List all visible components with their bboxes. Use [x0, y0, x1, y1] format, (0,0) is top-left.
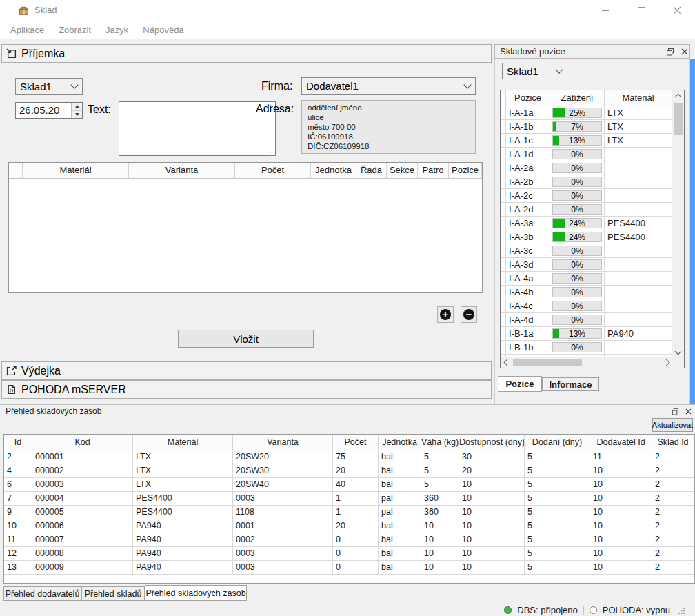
table-row[interactable]: I-A-4a0% [501, 272, 672, 286]
row-selector-cell [501, 189, 506, 203]
table-row[interactable]: I-A-3a24%PES4400 [501, 217, 672, 230]
menu-item-napoveda[interactable]: Nápověda [141, 23, 185, 37]
close-panel-button[interactable] [685, 406, 694, 415]
float-panel-button[interactable] [672, 406, 681, 415]
stock-overview-table[interactable]: IdKódMateriálVariantaPočetJednotkaVáha (… [3, 434, 695, 584]
insert-button[interactable]: Vložit [178, 330, 314, 348]
spin-down-button[interactable] [72, 111, 82, 119]
table-row[interactable]: I-B-1a13%PA940 [501, 327, 672, 341]
minimize-button[interactable] [590, 0, 621, 21]
column-header[interactable]: Materiál [133, 435, 233, 450]
section-header-pohoda[interactable]: POHODA mSERVER [1, 380, 492, 399]
refresh-button[interactable]: Aktualizovat [652, 418, 693, 432]
table-row[interactable]: I-A-4b0% [501, 286, 672, 299]
column-header[interactable]: Zatížení [550, 90, 605, 106]
resize-grip-icon[interactable] [678, 607, 685, 614]
material-cell: PES4400 [605, 217, 672, 230]
warehouse-select[interactable]: Sklad1 [15, 78, 83, 95]
column-header[interactable]: Materiál [23, 163, 129, 179]
table-row[interactable]: I-A-1a25%LTX [501, 106, 672, 120]
tab-pozice[interactable]: Pozice [498, 376, 542, 392]
column-header[interactable]: Dostupnost (dny) [459, 435, 525, 450]
table-row[interactable]: 2000001LTX20SW2075bal5305112 [4, 450, 694, 464]
table-row[interactable]: I-A-1c13%LTX [501, 134, 672, 148]
date-stepper[interactable]: 26.05.20 [15, 102, 83, 119]
section-header-prijemka[interactable]: Příjemka [1, 44, 492, 63]
receipt-items-grid[interactable]: MateriálVariantaPočetJednotkaŘadaSekcePa… [8, 162, 483, 293]
column-header[interactable]: Materiál [605, 90, 672, 106]
scrollbar-thumb[interactable] [674, 103, 683, 135]
column-header[interactable]: Pozice [506, 90, 550, 106]
column-header[interactable]: Dodavatel Id [590, 435, 652, 450]
scroll-down-button[interactable] [672, 346, 684, 357]
table-row[interactable]: I-A-2c0% [501, 189, 672, 203]
column-header[interactable]: Dodání (dny) [525, 435, 590, 450]
column-header[interactable]: Varianta [233, 435, 333, 450]
column-header[interactable]: Sklad Id [652, 435, 694, 450]
column-header[interactable]: Kód [32, 435, 133, 450]
horizontal-scrollbar[interactable] [501, 357, 672, 368]
cell-dostupnost-dny: 10 [459, 506, 525, 519]
table-row[interactable]: 13000009PA94000030bal10105102 [4, 561, 694, 575]
column-header[interactable]: Sekce [387, 163, 418, 179]
table-row[interactable]: I-A-3c0% [501, 244, 672, 258]
load-progress-bar: 13% [552, 328, 602, 339]
column-header[interactable]: Varianta [129, 163, 235, 179]
add-row-button[interactable]: + [437, 306, 454, 323]
remove-row-button[interactable]: − [461, 306, 477, 323]
tab-prehled-skladovych-zasob[interactable]: Přehled skladových zásob [145, 585, 247, 601]
table-row[interactable]: 4000002LTX20SW3020bal5205102 [4, 464, 694, 478]
table-row[interactable]: 11000007PA94000020bal10105102 [4, 533, 694, 547]
scroll-right-button[interactable] [661, 357, 672, 368]
table-row[interactable]: 6000003LTX20SW4040bal5105102 [4, 478, 694, 492]
column-header[interactable]: Jednotka [379, 435, 421, 450]
pozice-warehouse-select[interactable]: Sklad1 [502, 63, 567, 79]
text-input[interactable] [119, 101, 276, 156]
tab-informace[interactable]: Informace [542, 377, 599, 391]
table-row[interactable]: 9000005PES440011081pal360105102 [4, 506, 694, 519]
table-row[interactable]: I-A-2b0% [501, 175, 672, 189]
tab-prehled-skladu[interactable]: Přehled skladů [81, 586, 145, 601]
menu-item-aplikace[interactable]: Aplikace [8, 23, 46, 37]
float-panel-icon[interactable] [666, 2, 676, 12]
firma-select[interactable]: Dodavatel1 [301, 77, 476, 95]
column-header[interactable]: Id [4, 435, 32, 450]
row-selector-cell [501, 120, 506, 134]
row-selector-cell [501, 244, 506, 258]
column-header[interactable]: Váha (kg) [421, 435, 459, 450]
table-row[interactable]: I-A-2a0% [501, 161, 672, 175]
table-row[interactable]: I-A-2d0% [501, 203, 672, 217]
vertical-scrollbar[interactable] [672, 90, 684, 357]
table-row[interactable]: I-B-1b0% [501, 341, 672, 355]
column-header[interactable]: Počet [333, 435, 379, 450]
spin-up-button[interactable] [72, 103, 82, 111]
column-header[interactable]: Řada [356, 163, 387, 179]
menu-item-zobrazit[interactable]: Zobrazit [57, 23, 93, 37]
float-panel-button[interactable] [666, 46, 676, 56]
column-header[interactable]: Počet [235, 163, 311, 179]
scroll-up-button[interactable] [672, 90, 684, 101]
table-row[interactable]: 7000004PES440000031pal360105102 [4, 492, 694, 506]
table-row[interactable]: I-A-1d0% [501, 148, 672, 161]
table-row[interactable]: I-A-1b7%LTX [501, 120, 672, 134]
table-row[interactable]: I-A-3d0% [501, 258, 672, 272]
table-row[interactable]: 12000008PA94000030bal10105102 [4, 547, 694, 561]
scroll-left-button[interactable] [501, 357, 512, 368]
tab-prehled-dodavatelu[interactable]: Přehled dodavatelů [3, 586, 81, 601]
column-header[interactable]: Jednotka [311, 163, 356, 179]
table-row[interactable]: I-A-3b24%PES4400 [501, 230, 672, 244]
column-header[interactable]: Pozice [449, 163, 482, 179]
close-panel-button[interactable] [681, 46, 690, 56]
table-row[interactable]: I-A-4d0% [501, 313, 672, 327]
column-header[interactable]: Patro [418, 163, 449, 179]
pozice-panel-header[interactable]: Skladové pozice [494, 44, 690, 59]
maximize-button[interactable] [625, 0, 657, 21]
positions-table[interactable]: PoziceZatíženíMateriálI-A-1a25%LTXI-A-1b… [500, 90, 685, 368]
table-row[interactable]: I-A-4c0% [501, 299, 672, 313]
table-row[interactable]: 10000006PA940000120bal10105102 [4, 519, 694, 533]
section-header-vydejka[interactable]: Výdejka [1, 361, 492, 380]
cell-dodavatel-id: 11 [590, 450, 652, 464]
scrollbar-thumb[interactable] [513, 359, 582, 366]
zasoby-panel-header[interactable]: Přehled skladových zásob [0, 404, 695, 417]
menu-item-jazyk[interactable]: Jazyk [103, 23, 130, 37]
